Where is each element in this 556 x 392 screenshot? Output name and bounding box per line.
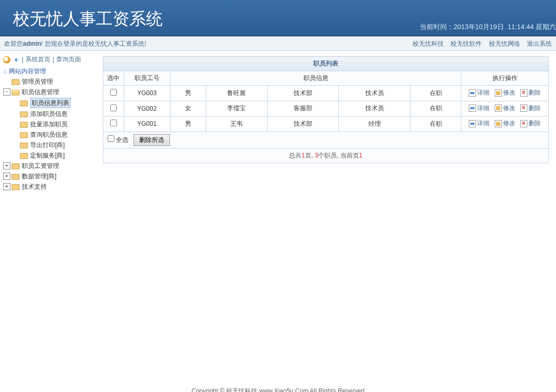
row-checkbox[interactable] [110,120,117,126]
welcome-text: 欢迎您admin! 您现在登录的是校无忧人事工资系统! [4,36,146,50]
link-tech[interactable]: 校无忧科技 [413,40,444,47]
current-time: 当前时间：2013年10月19日 11:14:44 星期六 [420,22,556,32]
folder-icon [20,110,28,117]
svg-rect-11 [12,185,19,190]
cell-position: 技术员 [339,101,411,116]
tree-export[interactable]: 导出打印[商] [30,140,65,150]
delete-selected-button[interactable]: 删除所选 [134,134,170,146]
col-empid: 职员工号 [124,71,170,86]
svg-rect-2 [12,90,19,92]
col-actions: 执行操作 [461,71,549,86]
edit-icon [495,104,502,112]
svg-rect-6 [20,133,28,138]
tree-toggle-support[interactable]: + [3,183,10,190]
cell-name: 鲁旺展 [206,86,267,101]
cell-actions: 详细 修改 删除 [461,101,549,116]
tree-custom[interactable]: 定制服务[商] [30,151,65,160]
plus-icon[interactable]: + [12,56,20,63]
tree-root[interactable]: 网站内容管理 [9,67,46,76]
delete-button[interactable]: 删除 [520,119,541,128]
cell-empid: YG001 [124,116,170,132]
cell-gender: 男 [170,86,206,101]
header: 校无忧人事工资系统 当前时间：2013年10月19日 11:14:44 星期六 [0,0,556,36]
folder-icon [20,141,28,149]
tree-query-emp[interactable]: 查询职员信息 [30,130,68,139]
table-footer: 全选 删除所选 [103,132,549,148]
delete-icon [520,120,527,127]
table-row: YG002 女 李儒宝 客服部 技术员 在职 详细 修改 删除 [103,101,549,116]
row-checkbox[interactable] [110,104,117,111]
sidebar: + | 系统首页 | 查询页面 ⌂ 网站内容管理 管理员管理 − 职员信息管理 [0,51,99,384]
cell-position: 技术员 [339,86,411,101]
cell-status: 在职 [411,101,461,116]
topbar-links: 校无忧科技 校无忧软件 校无忧网络 退出系统 [407,36,552,50]
tree-batch-add[interactable]: 批量添加职员 [30,120,68,129]
cell-gender: 女 [170,101,206,116]
cell-name: 李儒宝 [206,101,267,116]
folder-icon [11,183,20,190]
main-content: 职员列表 选中 职员工号 职员信息 执行操作 YG003 男 鲁旺展 技术部 技… [99,51,556,384]
link-network[interactable]: 校无忧网络 [489,40,520,47]
detail-button[interactable]: 详细 [469,119,489,128]
col-select: 选中 [103,71,124,86]
cell-status: 在职 [411,116,461,132]
cell-name: 王韦 [206,116,267,132]
detail-button[interactable]: 详细 [469,88,489,97]
svg-rect-4 [20,112,28,117]
cell-status: 在职 [411,86,461,101]
folder-icon [11,173,20,180]
folder-icon [20,131,28,138]
detail-icon [469,104,476,112]
edit-button[interactable]: 修改 [495,104,515,113]
tree-emp-info[interactable]: 职员信息管理 [22,87,59,97]
row-checkbox[interactable] [110,89,117,96]
tree-data[interactable]: 数据管理[商] [22,172,57,181]
folder-icon [20,152,28,159]
svg-rect-10 [12,174,19,179]
cell-actions: 详细 修改 删除 [461,86,549,101]
magnify-icon[interactable] [3,56,10,63]
delete-icon [520,104,527,112]
svg-rect-3 [20,101,28,106]
link-software[interactable]: 校无忧软件 [451,40,482,47]
svg-rect-9 [12,164,19,169]
tree-emp-list[interactable]: 职员信息列表 [30,98,71,108]
delete-button[interactable]: 删除 [520,104,541,113]
home-link[interactable]: 系统首页 [25,55,50,64]
cell-actions: 详细 修改 删除 [461,116,549,132]
cell-dept: 技术部 [267,116,339,132]
nav-tree: ⌂ 网站内容管理 管理员管理 − 职员信息管理 职员信息列表 添加 [3,66,96,192]
folder-open-icon [11,88,20,96]
query-link[interactable]: 查询页面 [56,55,81,64]
tree-salary[interactable]: 职员工资管理 [22,161,59,171]
table-title: 职员列表 [103,57,549,71]
svg-rect-7 [20,143,28,148]
cell-empid: YG003 [124,86,170,101]
tree-admin[interactable]: 管理员管理 [22,77,53,86]
detail-icon [469,89,476,97]
tree-toggle-data[interactable]: + [3,173,10,180]
home-icon: ⌂ [3,67,7,76]
edit-icon [495,89,502,97]
tree-toggle-salary[interactable]: + [3,162,10,169]
edit-button[interactable]: 修改 [495,88,515,97]
folder-icon [20,99,28,107]
detail-icon [469,120,476,127]
footer: Copyright © 校无忧科技 www.Xiao5u.Com All Rig… [0,384,556,392]
edit-button[interactable]: 修改 [495,119,515,128]
pager: 总共1页, 3个职员, 当前页1 [103,148,549,163]
folder-icon [20,121,28,128]
delete-button[interactable]: 删除 [520,88,541,97]
edit-icon [495,120,502,127]
link-logout[interactable]: 退出系统 [527,40,552,47]
tree-add-emp[interactable]: 添加职员信息 [30,109,68,119]
tree-toggle-emp[interactable]: − [3,88,10,96]
col-info: 职员信息 [170,71,461,86]
tree-support[interactable]: 技术支持 [22,182,47,191]
select-all-checkbox[interactable] [108,135,114,142]
cell-empid: YG002 [124,101,170,116]
cell-dept: 客服部 [267,101,339,116]
folder-icon [11,78,20,85]
detail-button[interactable]: 详细 [469,104,489,113]
select-all-label: 全选 [116,136,128,143]
